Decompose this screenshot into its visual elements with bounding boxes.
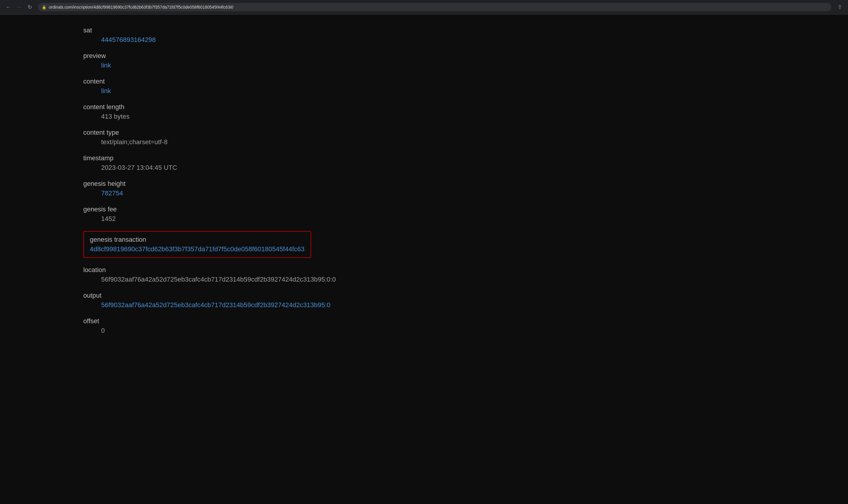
output-value[interactable]: 56f9032aaf76a42a52d725eb3cafc4cb717d2314… bbox=[83, 301, 331, 309]
content-type-label: content type bbox=[83, 129, 297, 137]
genesis-transaction-label: genesis transaction bbox=[90, 236, 304, 244]
field-content-type: content type text/plain;charset=utf-8 bbox=[83, 129, 297, 146]
location-label: location bbox=[83, 266, 297, 274]
timestamp-label: timestamp bbox=[83, 154, 297, 162]
timestamp-value: 2023-03-27 13:04:45 UTC bbox=[83, 164, 297, 172]
browser-chrome: ← → ↻ 🔒 ⇧ bbox=[0, 0, 848, 15]
offset-value: 0 bbox=[83, 327, 297, 335]
content-label: content bbox=[83, 78, 297, 85]
genesis-height-label: genesis height bbox=[83, 180, 297, 187]
sat-label: sat bbox=[83, 26, 297, 34]
genesis-fee-label: genesis fee bbox=[83, 205, 297, 213]
field-location: location 56f9032aaf76a42a52d725eb3cafc4c… bbox=[83, 266, 297, 283]
genesis-transaction-value[interactable]: 4d8cf99819690c37fcd62b63f3b7f357da71fd7f… bbox=[90, 245, 304, 253]
reload-button[interactable]: ↻ bbox=[25, 2, 35, 12]
output-label: output bbox=[83, 292, 297, 300]
field-content-length: content length 413 bytes bbox=[83, 103, 297, 121]
genesis-fee-value: 1452 bbox=[83, 215, 297, 223]
address-bar-wrapper: 🔒 bbox=[38, 3, 831, 11]
field-preview: preview link bbox=[83, 52, 297, 69]
content-length-value: 413 bytes bbox=[83, 113, 297, 121]
content-type-value: text/plain;charset=utf-8 bbox=[83, 138, 297, 146]
sat-value[interactable]: 444576893164298 bbox=[83, 36, 156, 43]
field-sat: sat 444576893164298 bbox=[83, 26, 297, 44]
nav-buttons: ← → ↻ bbox=[4, 2, 35, 12]
field-genesis-fee: genesis fee 1452 bbox=[83, 205, 297, 223]
page-content: sat 444576893164298 preview link content… bbox=[0, 15, 297, 355]
offset-label: offset bbox=[83, 317, 297, 325]
back-button[interactable]: ← bbox=[4, 2, 13, 12]
forward-button[interactable]: → bbox=[14, 2, 24, 12]
location-value: 56f9032aaf76a42a52d725eb3cafc4cb717d2314… bbox=[83, 276, 297, 283]
field-content: content link bbox=[83, 78, 297, 95]
field-genesis-transaction: genesis transaction 4d8cf99819690c37fcd6… bbox=[83, 231, 311, 258]
preview-value[interactable]: link bbox=[83, 61, 111, 69]
field-genesis-height: genesis height 782754 bbox=[83, 180, 297, 197]
share-button[interactable]: ⇧ bbox=[835, 2, 844, 12]
field-offset: offset 0 bbox=[83, 317, 297, 335]
field-timestamp: timestamp 2023-03-27 13:04:45 UTC bbox=[83, 154, 297, 172]
field-output: output 56f9032aaf76a42a52d725eb3cafc4cb7… bbox=[83, 292, 297, 309]
content-length-label: content length bbox=[83, 103, 297, 111]
genesis-height-value[interactable]: 782754 bbox=[83, 190, 123, 197]
address-input[interactable] bbox=[38, 3, 831, 11]
content-value[interactable]: link bbox=[83, 87, 111, 94]
preview-label: preview bbox=[83, 52, 297, 60]
